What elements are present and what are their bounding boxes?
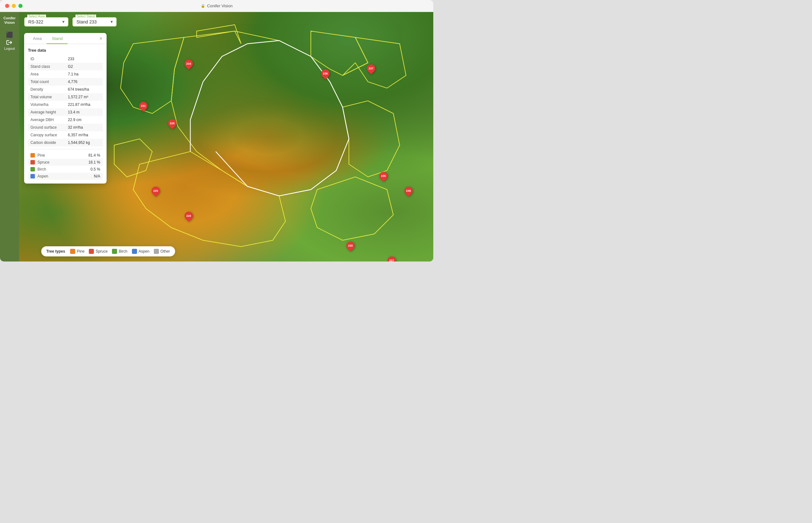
table-row: Carbon dioxide1,544,952 kg bbox=[28, 139, 103, 146]
area-select-wrapper: Select Area RS-322 ▼ bbox=[24, 17, 69, 26]
svg-marker-2 bbox=[197, 25, 241, 44]
top-controls: Select Area RS-322 ▼ Select Stand Stand … bbox=[24, 17, 117, 26]
logout-icon: ⬛ bbox=[6, 31, 13, 38]
legend-dot bbox=[132, 249, 137, 254]
table-row: Total count4,776 bbox=[28, 78, 103, 86]
legend-item-birch: Birch bbox=[112, 249, 127, 254]
area-select-label: Select Area bbox=[27, 15, 46, 18]
legend-item-aspen: Aspen bbox=[132, 249, 149, 254]
title-text: Conifer Vision bbox=[207, 3, 233, 8]
panel-content: Tree data ID233Stand classG2Area7.1 haTo… bbox=[24, 44, 107, 183]
legend-dot bbox=[154, 249, 159, 254]
table-row: Ground surface32 m²/ha bbox=[28, 124, 103, 131]
species-color bbox=[31, 167, 35, 172]
table-row: Canopy surface6,357 m²/ha bbox=[28, 131, 103, 139]
sidebar-logo: Conifer Vision bbox=[3, 16, 16, 25]
panel-close-button[interactable]: × bbox=[98, 36, 104, 42]
area-select[interactable]: RS-322 bbox=[24, 17, 69, 26]
logout-button[interactable]: ⬛ Logout bbox=[4, 31, 15, 50]
logout-arrow-icon bbox=[6, 40, 13, 45]
legend-item-spruce: Spruce bbox=[89, 249, 107, 254]
svg-marker-4 bbox=[342, 37, 406, 88]
species-row: Birch 0.5 % bbox=[28, 166, 103, 173]
species-row: Pine 81.4 % bbox=[28, 152, 103, 159]
stand-select-label: Select Stand bbox=[75, 15, 96, 18]
species-row: Spruce 18.1 % bbox=[28, 159, 103, 166]
info-panel: Area Stand × Tree data ID233Stand classG… bbox=[24, 33, 107, 183]
table-row: Average height13.4 m bbox=[28, 108, 103, 116]
tab-area[interactable]: Area bbox=[28, 33, 47, 44]
minimize-button[interactable] bbox=[12, 4, 16, 8]
species-row: Aspen N/A bbox=[28, 173, 103, 180]
window-title: 🔒 Conifer Vision bbox=[201, 3, 233, 8]
legend-item-other: Other bbox=[154, 249, 170, 254]
map-container: Select Area RS-322 ▼ Select Stand Stand … bbox=[19, 12, 433, 262]
svg-marker-5 bbox=[342, 101, 400, 177]
close-button[interactable] bbox=[5, 4, 9, 8]
table-row: Density674 trees/ha bbox=[28, 86, 103, 93]
table-row: ID233 bbox=[28, 55, 103, 63]
app-container: Conifer Vision ⬛ Logout bbox=[0, 12, 433, 262]
traffic-lights bbox=[5, 4, 22, 8]
legend-item-pine: Pine bbox=[70, 249, 84, 254]
table-row: Volume/ha221.87 m³/ha bbox=[28, 101, 103, 108]
legend-dot bbox=[89, 249, 94, 254]
svg-marker-0 bbox=[171, 31, 349, 196]
species-color bbox=[31, 160, 35, 164]
tree-data-table: ID233Stand classG2Area7.1 haTotal count4… bbox=[28, 55, 103, 146]
tab-stand[interactable]: Stand bbox=[47, 33, 68, 44]
species-color bbox=[31, 174, 35, 178]
legend-dot bbox=[112, 249, 117, 254]
stand-select-wrapper: Select Stand Stand 233 ▼ bbox=[72, 17, 117, 26]
species-list: Pine 81.4 % Spruce 18.1 % Birch 0.5 % As… bbox=[28, 152, 103, 180]
table-row: Average DBH22.9 cm bbox=[28, 116, 103, 124]
panel-tabs: Area Stand × bbox=[24, 33, 107, 44]
sidebar: Conifer Vision ⬛ Logout bbox=[0, 12, 19, 262]
stand-select[interactable]: Stand 233 bbox=[72, 17, 117, 26]
lock-icon: 🔒 bbox=[201, 4, 205, 8]
table-row: Stand classG2 bbox=[28, 63, 103, 70]
window-chrome: 🔒 Conifer Vision bbox=[0, 0, 433, 12]
table-row: Area7.1 ha bbox=[28, 70, 103, 78]
svg-marker-6 bbox=[133, 151, 285, 247]
logout-label: Logout bbox=[4, 47, 15, 50]
maximize-button[interactable] bbox=[18, 4, 22, 8]
legend-dot bbox=[70, 249, 75, 254]
svg-marker-7 bbox=[311, 177, 393, 240]
legend-title: Tree types bbox=[46, 249, 65, 254]
legend-items: Pine Spruce Birch Aspen Other bbox=[70, 249, 170, 254]
bottom-legend: Tree types Pine Spruce Birch Aspen Other bbox=[41, 246, 175, 256]
table-row: Total volume1,572.27 m³ bbox=[28, 93, 103, 101]
svg-marker-1 bbox=[121, 37, 184, 113]
svg-marker-8 bbox=[114, 139, 152, 177]
panel-section-title: Tree data bbox=[28, 48, 103, 53]
species-color bbox=[31, 153, 35, 158]
svg-marker-3 bbox=[311, 31, 368, 75]
